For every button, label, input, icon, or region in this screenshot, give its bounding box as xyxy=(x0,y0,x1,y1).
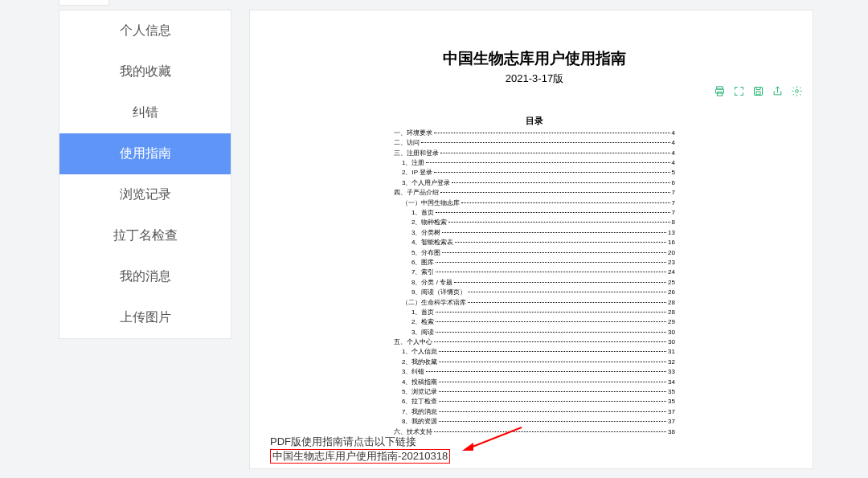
toc-row: 2、我的收藏32 xyxy=(394,358,675,366)
toc-label: 7、索引 xyxy=(411,268,434,276)
doc-toc-heading: 目录 xyxy=(381,115,688,126)
toc-leader xyxy=(439,391,666,392)
toc-page: 35 xyxy=(668,398,675,406)
toc-page: 4 xyxy=(672,149,675,157)
sidebar-item-label: 我的消息 xyxy=(120,268,171,285)
toc-row: 1、首页28 xyxy=(394,308,675,317)
toc-page: 25 xyxy=(668,279,675,287)
sidebar-item-latin-check[interactable]: 拉丁名检查 xyxy=(59,215,231,256)
toc-page: 20 xyxy=(668,249,675,257)
sidebar-item-label: 拉丁名检查 xyxy=(113,227,178,244)
toc-label: 4、投稿指南 xyxy=(402,378,437,386)
sidebar-item-label: 浏览记录 xyxy=(120,186,171,203)
doc-title: 中国生物志库用户使用指南 xyxy=(381,49,688,69)
sidebar-item-upload-image[interactable]: 上传图片 xyxy=(59,297,231,338)
toc-row: 7、索引24 xyxy=(394,268,675,276)
toc-label: 6、图库 xyxy=(411,259,434,267)
toc-page: 7 xyxy=(672,209,675,217)
toc-leader xyxy=(426,162,669,163)
toc-row: 3、纠错33 xyxy=(394,368,675,376)
toc-page: 26 xyxy=(668,288,675,296)
document-preview: 中国生物志库用户使用指南 2021-3-17版 目录 一、环境要求4二、访问4三… xyxy=(381,27,688,444)
toc-leader xyxy=(434,431,666,432)
toc-leader xyxy=(442,252,666,253)
toc-row: 一、环境要求4 xyxy=(394,129,675,137)
toc-row: 三、注册和登录4 xyxy=(394,149,675,157)
toc-row: 1、个人信息31 xyxy=(394,348,675,356)
toc-leader xyxy=(436,212,669,213)
toc-label: 4、智能检索表 xyxy=(411,239,453,247)
svg-rect-2 xyxy=(717,92,722,95)
toc-row: 1、注册4 xyxy=(394,159,675,167)
sidebar-item-personal-info[interactable]: 个人信息 xyxy=(59,10,231,51)
toc-leader xyxy=(436,312,666,313)
sidebar-item-user-guide[interactable]: 使用指南 xyxy=(59,133,231,174)
toc-label: 2、我的收藏 xyxy=(402,358,437,366)
toc-page: 35 xyxy=(668,388,675,396)
toc-page: 4 xyxy=(672,129,675,137)
toc-label: 四、子产品介绍 xyxy=(394,189,439,197)
sidebar-item-label: 我的收藏 xyxy=(120,63,171,80)
toc-leader xyxy=(434,172,669,173)
toc-leader xyxy=(439,401,666,402)
toc-page: 29 xyxy=(668,318,675,326)
share-icon[interactable] xyxy=(771,84,784,97)
sidebar-item-favorites[interactable]: 我的收藏 xyxy=(59,51,231,92)
toc-page: 31 xyxy=(668,348,675,356)
toc-page: 34 xyxy=(668,378,675,386)
sidebar-item-label: 个人信息 xyxy=(120,22,171,39)
save-icon[interactable] xyxy=(751,84,764,97)
toc-row: 6、拉丁检查35 xyxy=(394,398,675,406)
toc-page: 24 xyxy=(668,268,675,276)
toc-label: 3、个人用户登录 xyxy=(402,179,450,187)
toc-leader xyxy=(454,282,666,283)
fullscreen-icon[interactable] xyxy=(732,84,745,97)
toc-row: 二、访问4 xyxy=(394,139,675,147)
toc-leader xyxy=(434,133,670,133)
toc-page: 23 xyxy=(668,259,675,267)
toc-label: 6、拉丁检查 xyxy=(402,398,437,406)
toc-page: 8 xyxy=(672,219,675,227)
svg-rect-3 xyxy=(754,87,762,95)
toc-row: 7、我的消息37 xyxy=(394,408,675,416)
toc-page: 28 xyxy=(668,308,675,317)
sidebar: 个人信息 我的收藏 纠错 使用指南 浏览记录 拉丁名检查 我的消息 上传图片 xyxy=(59,10,231,339)
sidebar-item-label: 上传图片 xyxy=(120,309,171,326)
toc-leader xyxy=(440,192,670,193)
settings-icon[interactable] xyxy=(790,84,803,97)
toc-row: 六、技术支持38 xyxy=(394,428,675,436)
toc-page: 6 xyxy=(672,179,675,187)
toc-row: 3、分类树13 xyxy=(394,229,675,237)
toc-leader xyxy=(436,272,666,272)
toc-label: 9、阅读（详情页） xyxy=(411,288,466,296)
toc-leader xyxy=(461,202,670,203)
toc-label: 2、IP 登录 xyxy=(402,169,432,177)
toc-label: 5、分布图 xyxy=(411,249,440,257)
sidebar-item-messages[interactable]: 我的消息 xyxy=(59,256,231,297)
toc-leader xyxy=(452,182,669,183)
toc-page: 7 xyxy=(672,199,675,207)
toc-row: 8、分类 / 专题25 xyxy=(394,279,675,287)
toc-row: 4、智能检索表16 xyxy=(394,239,675,247)
toc-leader xyxy=(439,362,666,362)
toc-row: 5、分布图20 xyxy=(394,249,675,257)
toc-row: 1、首页7 xyxy=(394,209,675,217)
toc-leader xyxy=(442,232,666,233)
sidebar-item-corrections[interactable]: 纠错 xyxy=(59,92,231,133)
toc-leader xyxy=(440,153,670,153)
toc-row: 四、子产品介绍7 xyxy=(394,189,675,197)
toc-leader xyxy=(468,292,666,292)
svg-rect-4 xyxy=(756,92,760,95)
toc-leader xyxy=(436,321,666,322)
toc-row: 9、阅读（详情页）26 xyxy=(394,288,675,296)
toc-row: 3、个人用户登录6 xyxy=(394,179,675,187)
toc-row: 2、IP 登录5 xyxy=(394,169,675,177)
toc-row: 五、个人中心30 xyxy=(394,338,675,346)
pdf-download-link[interactable]: 中国生物志库用户使用指南-20210318 xyxy=(270,449,450,464)
toc-leader xyxy=(439,411,666,412)
svg-point-5 xyxy=(795,89,798,92)
toc-leader xyxy=(421,142,670,143)
sidebar-item-history[interactable]: 浏览记录 xyxy=(59,174,231,215)
sidebar-item-label: 使用指南 xyxy=(120,145,171,162)
print-icon[interactable] xyxy=(713,84,726,97)
